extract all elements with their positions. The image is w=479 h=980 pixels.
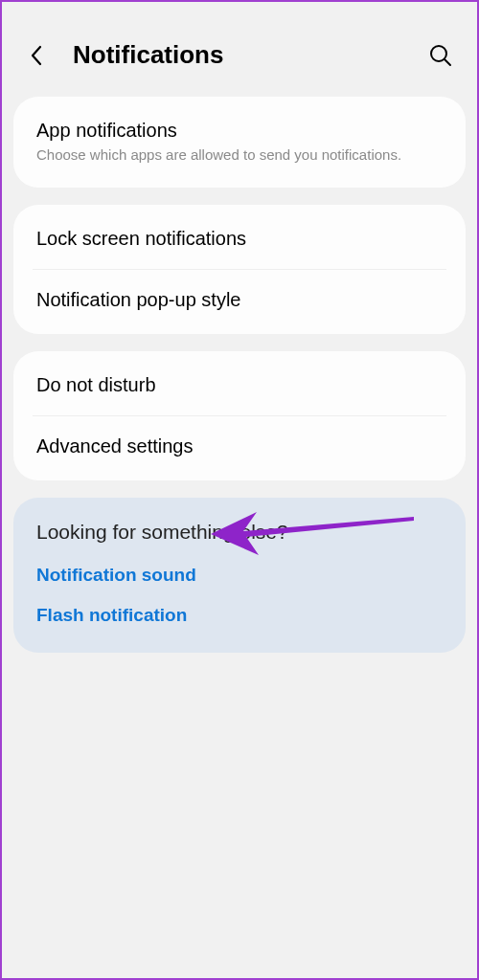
looking-title: Looking for something else? [36,521,443,544]
item-title: App notifications [36,120,443,142]
chevron-left-icon [29,44,44,67]
card-app-notifications: App notifications Choose which apps are … [13,97,466,188]
back-button[interactable] [25,44,48,67]
link-notification-sound[interactable]: Notification sound [36,565,443,586]
link-flash-notification[interactable]: Flash notification [36,605,443,626]
search-button[interactable] [427,42,454,69]
item-desc: Choose which apps are allowed to send yo… [36,145,443,165]
item-do-not-disturb[interactable]: Do not disturb [13,355,466,415]
item-advanced-settings[interactable]: Advanced settings [13,416,466,477]
item-title: Notification pop-up style [36,289,443,311]
svg-line-1 [445,59,450,65]
search-icon [428,43,453,68]
item-title: Advanced settings [36,435,443,457]
item-title: Do not disturb [36,374,443,396]
item-popup-style[interactable]: Notification pop-up style [13,270,466,330]
card-looking-for: Looking for something else? Notification… [13,498,466,653]
item-app-notifications[interactable]: App notifications Choose which apps are … [13,100,466,184]
item-lock-screen-notifications[interactable]: Lock screen notifications [13,209,466,269]
card-dnd-advanced: Do not disturb Advanced settings [13,351,466,480]
item-title: Lock screen notifications [36,228,443,250]
page-title: Notifications [73,40,427,70]
card-display-options: Lock screen notifications Notification p… [13,205,466,334]
